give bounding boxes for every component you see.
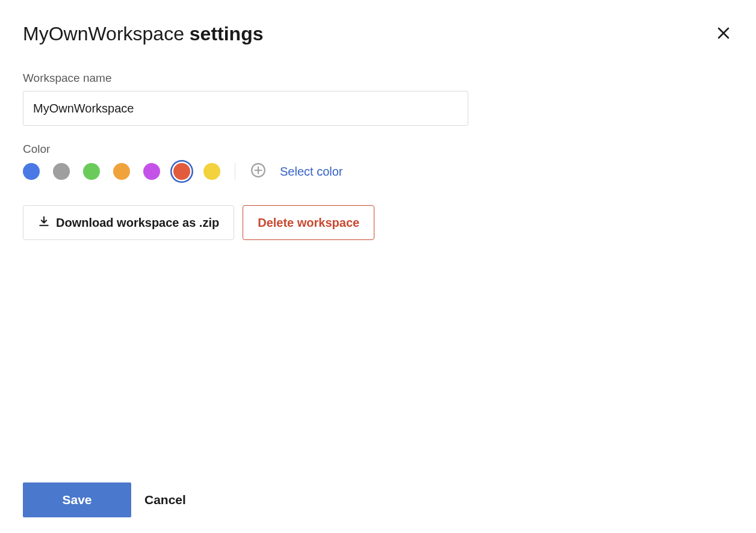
color-swatch-purple[interactable]	[143, 163, 160, 180]
page-title: MyOwnWorkspace settings	[23, 23, 264, 45]
cancel-button[interactable]: Cancel	[144, 493, 186, 507]
color-section: Color Select color	[23, 143, 733, 180]
save-button[interactable]: Save	[23, 482, 131, 517]
download-button-label: Download workspace as .zip	[56, 216, 219, 230]
color-swatch-yellow[interactable]	[203, 163, 220, 180]
workspace-name-label: Workspace name	[23, 72, 733, 85]
download-icon	[38, 215, 50, 230]
color-swatch-orange[interactable]	[113, 163, 130, 180]
color-label: Color	[23, 143, 733, 156]
color-swatch-green[interactable]	[83, 163, 100, 180]
close-button[interactable]	[714, 23, 733, 45]
color-divider	[235, 163, 235, 180]
dialog-header: MyOwnWorkspace settings	[23, 23, 733, 45]
color-swatch-row: Select color	[23, 163, 733, 180]
dialog-footer: Save Cancel	[23, 482, 186, 517]
plus-circle-icon	[250, 162, 266, 180]
title-suffix: settings	[190, 23, 264, 45]
download-workspace-button[interactable]: Download workspace as .zip	[23, 205, 234, 240]
add-color-button[interactable]	[250, 163, 267, 180]
title-workspace-name: MyOwnWorkspace	[23, 23, 184, 45]
color-swatch-gray[interactable]	[53, 163, 70, 180]
workspace-name-section: Workspace name	[23, 72, 733, 126]
color-swatch-red[interactable]	[173, 163, 190, 180]
workspace-actions-row: Download workspace as .zip Delete worksp…	[23, 205, 733, 240]
color-swatch-blue[interactable]	[23, 163, 40, 180]
delete-button-label: Delete workspace	[258, 216, 359, 230]
select-color-link[interactable]: Select color	[280, 165, 343, 179]
delete-workspace-button[interactable]: Delete workspace	[243, 205, 374, 240]
workspace-name-input[interactable]	[23, 91, 468, 126]
close-icon	[716, 32, 731, 42]
